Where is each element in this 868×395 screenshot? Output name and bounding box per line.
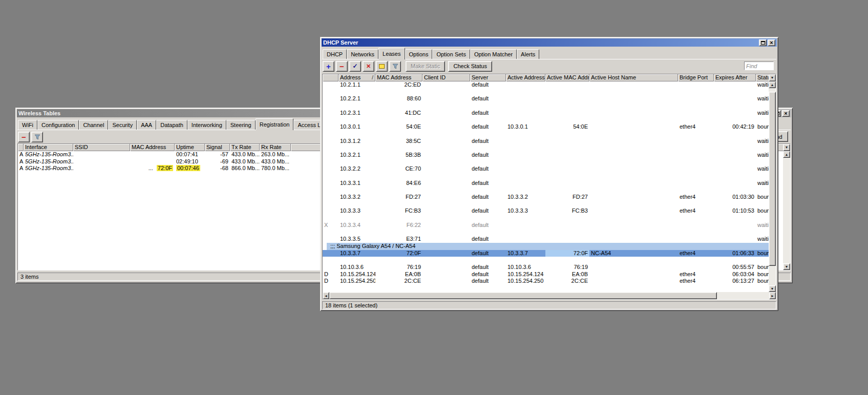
table-row[interactable]: 10.3.2.15B:3Bdefaultwaiting xyxy=(323,152,769,159)
close-button[interactable]: × xyxy=(782,110,790,117)
column-header-status[interactable]: Status xyxy=(756,74,769,81)
column-header-flags[interactable] xyxy=(18,144,24,151)
tab-options[interactable]: Options xyxy=(405,49,433,59)
cell-mac xyxy=(130,158,175,165)
cell-bridge-port xyxy=(678,81,714,89)
tab-channel[interactable]: Channel xyxy=(79,120,108,130)
scroll-up-icon[interactable]: ▲ xyxy=(783,151,790,158)
table-row[interactable]: D10.15.254.124EA:0Bdefault10.15.254.124E… xyxy=(323,271,769,278)
horizontal-scroll-thumb[interactable] xyxy=(329,292,717,299)
column-header-bridge-port[interactable]: Bridge Port xyxy=(678,74,714,81)
table-row[interactable]: 10.2.3.141:DCdefaultwaiting xyxy=(323,110,769,117)
cell-active-host-name xyxy=(589,110,678,117)
column-header-active-host-name[interactable]: Active Host Name xyxy=(589,74,678,81)
make-static-button[interactable]: Make Static xyxy=(406,61,445,72)
column-header-address[interactable]: Address/ xyxy=(338,74,375,81)
table-row-comment[interactable]: ;;; Samsung Galaxy A54 / NC-A54 xyxy=(327,243,769,250)
table-row[interactable]: X10.3.3.4F6:22defaultwaiting xyxy=(323,222,769,229)
tab-option-sets[interactable]: Option Sets xyxy=(432,49,470,59)
close-button[interactable]: × xyxy=(768,39,775,46)
filter-button[interactable] xyxy=(31,132,43,142)
column-header-mac-address[interactable]: MAC Address xyxy=(375,74,422,81)
column-header-rx-rate[interactable]: Rx Rate xyxy=(260,144,291,151)
table-row[interactable]: 10.2.2.188:60defaultwaiting xyxy=(323,95,769,102)
tab-interworking[interactable]: Interworking xyxy=(187,120,226,130)
table-row[interactable]: D10.15.254.2502C:CEdefault10.15.254.2502… xyxy=(323,278,769,285)
tab-dhcp[interactable]: DHCP xyxy=(323,49,347,59)
cell-active-mac: FC:B3 xyxy=(545,207,589,215)
column-header-mac-address[interactable]: MAC Address xyxy=(130,144,175,151)
cell-client-id xyxy=(422,81,470,89)
scroll-up-icon[interactable]: ▲ xyxy=(769,81,776,88)
add-button[interactable]: + xyxy=(323,61,334,72)
cell-client-id xyxy=(422,180,470,187)
table-row[interactable]: 10.10.3.676:19default10.10.3.676:1900:55… xyxy=(323,264,769,271)
uptime-value: 00:07:46 xyxy=(176,165,200,171)
status-text: 18 items (1 selected) xyxy=(325,302,377,308)
column-header-uptime[interactable]: Uptime xyxy=(175,144,205,151)
column-header-client-id[interactable]: Client ID xyxy=(422,74,470,81)
cell-active-host-name xyxy=(589,152,678,159)
tab-steering[interactable]: Steering xyxy=(226,120,256,130)
cell-flag xyxy=(323,123,338,131)
cell-flag xyxy=(323,95,338,102)
enable-button[interactable]: ✓ xyxy=(349,61,361,72)
table-row[interactable]: 10.2.1.12C:EDdefaultwaiting xyxy=(323,81,769,89)
column-header-tx-rate[interactable]: Tx Rate xyxy=(230,144,260,151)
tab-configuration[interactable]: Configuration xyxy=(37,120,79,130)
horizontal-scrollbar[interactable]: ◄ ► xyxy=(323,292,776,299)
tab-datapath[interactable]: Datapath xyxy=(156,120,187,130)
tab-option-matcher[interactable]: Option Matcher xyxy=(470,49,517,59)
tab-leases[interactable]: Leases xyxy=(378,48,405,59)
scroll-right-icon[interactable]: ► xyxy=(769,292,776,299)
vertical-scrollbar[interactable]: ▲ ▼ xyxy=(769,81,776,292)
check-status-button[interactable]: Check Status xyxy=(448,61,492,72)
tab-security[interactable]: Security xyxy=(108,120,137,130)
table-row[interactable]: 10.3.3.184:E6defaultwaiting xyxy=(323,180,769,187)
disable-button[interactable]: ✕ xyxy=(363,61,374,72)
column-header-signal[interactable]: Signal xyxy=(205,144,230,151)
column-header-active-mac-addre[interactable]: Active MAC Addre... xyxy=(545,74,589,81)
filter-button[interactable] xyxy=(389,61,401,72)
cell-mac: EA:0B xyxy=(375,271,422,278)
cell-active-address: 10.15.254.124 xyxy=(506,271,545,278)
tab-aaa[interactable]: AAA xyxy=(137,120,156,130)
table-row[interactable]: 10.3.3.3FC:B3default10.3.3.3FC:B3ether40… xyxy=(323,207,769,215)
tab-wifi[interactable]: WiFi xyxy=(18,120,37,130)
scroll-down-icon[interactable]: ▼ xyxy=(769,285,776,292)
cell-mac xyxy=(130,151,175,158)
remove-button[interactable]: − xyxy=(336,61,348,72)
maximize-button[interactable] xyxy=(759,39,767,46)
column-header-active-address[interactable]: Active Address xyxy=(506,74,545,81)
comment-button[interactable] xyxy=(376,61,388,72)
remove-button[interactable]: − xyxy=(18,132,30,142)
tab-networks[interactable]: Networks xyxy=(347,49,378,59)
dhcp-window-titlebar[interactable]: DHCP Server × xyxy=(322,38,777,47)
vertical-scrollbar[interactable]: ▲ ▼ xyxy=(783,151,790,270)
tab-registration[interactable]: Registration xyxy=(256,118,294,130)
table-row[interactable]: 10.3.3.2FD:27default10.3.3.2FD:27ether40… xyxy=(323,194,769,201)
table-row[interactable]: 10.3.3.5E3:71defaultwaiting xyxy=(323,236,769,243)
column-header-interface[interactable]: Interface xyxy=(24,144,73,151)
cell-bridge-port xyxy=(678,264,714,271)
scroll-left-icon[interactable]: ◄ xyxy=(323,292,329,299)
scroll-down-icon[interactable]: ▼ xyxy=(783,263,790,270)
table-row[interactable]: 10.3.2.2CE:70defaultwaiting xyxy=(323,165,769,173)
column-selector-button[interactable]: ▼ xyxy=(783,144,790,151)
table-row[interactable]: 10.3.0.154:0Edefault10.3.0.154:0Eether40… xyxy=(323,123,769,131)
column-header-flags[interactable] xyxy=(323,74,338,81)
tab-alerts[interactable]: Alerts xyxy=(517,49,539,59)
cell-expires-after: 06:03:04 xyxy=(714,271,756,278)
close-icon: × xyxy=(784,111,787,116)
column-header-server[interactable]: Server xyxy=(470,74,506,81)
cell-expires-after xyxy=(714,165,756,173)
table-row[interactable]: 10.3.3.772:0Fdefault10.3.3.772:0FNC-A54e… xyxy=(323,250,769,257)
cell-bridge-port: ether4 xyxy=(678,250,714,257)
table-row-blank xyxy=(323,102,769,110)
vertical-scroll-thumb[interactable] xyxy=(769,92,776,266)
column-header-expires-after[interactable]: Expires After xyxy=(714,74,756,81)
column-selector-button[interactable]: ▼ xyxy=(769,74,776,81)
column-header-ssid[interactable]: SSID xyxy=(73,144,130,151)
table-row[interactable]: 10.3.1.238:5Cdefaultwaiting xyxy=(323,138,769,145)
find-input[interactable] xyxy=(744,61,774,70)
